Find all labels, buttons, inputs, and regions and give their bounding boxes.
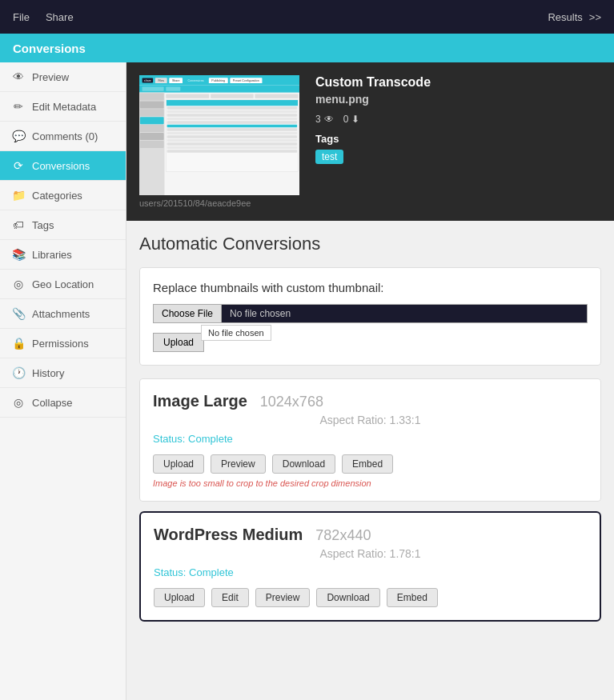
sidebar-label-collapse: Collapse [32,397,73,409]
categories-icon: 📁 [11,189,26,202]
embed-button-image-large[interactable]: Embed [342,454,393,474]
results-link[interactable]: Results [548,11,582,23]
sidebar-label-preview: Preview [32,71,69,83]
sidebar-label-categories: Categories [32,190,82,202]
upload-button-image-large[interactable]: Upload [153,454,204,474]
main-content: share Files Share Conversions Publishing… [126,62,614,700]
geo-icon: ◎ [11,278,26,290]
conversion-card-wordpress-medium: WordPress Medium 782x440 Aspect Ratio: 1… [139,511,601,622]
download-button-image-large[interactable]: Download [272,454,335,474]
sidebar-item-conversions[interactable]: ⟳ Conversions [0,151,126,181]
sidebar-item-tags[interactable]: 🏷 Tags [0,210,126,240]
sidebar-label-permissions: Permissions [32,338,89,350]
embed-button-wordpress-medium[interactable]: Embed [387,588,438,607]
downloads-value: 0 [343,114,349,125]
top-nav-left: File Share [13,11,74,23]
card-header-wordpress-medium: WordPress Medium 782x440 [154,526,587,544]
download-count-icon: ⬇ [351,114,359,125]
sidebar-label-attachments: Attachments [32,308,90,320]
views-value: 3 [315,114,321,125]
sidebar-item-edit-metadata[interactable]: ✏ Edit Metadata [0,92,126,122]
sidebar-label-comments: Comments (0) [32,130,98,142]
sidebar: 👁 Preview ✏ Edit Metadata 💬 Comments (0)… [0,62,126,700]
file-menu[interactable]: File [13,11,30,23]
status-value-image-large: Complete [188,433,233,445]
conversion-actions-image-large: Upload Preview Download Embed [153,454,588,474]
conversion-status-wordpress-medium: Status: Complete [154,566,587,578]
preview-button-image-large[interactable]: Preview [211,454,266,474]
warning-text-image-large: Image is too small to crop to the desire… [153,478,588,488]
file-chosen-tooltip: No file chosen [201,325,271,341]
sidebar-label-libraries: Libraries [32,249,72,261]
libraries-icon: 📚 [11,248,26,261]
views-count: 3 👁 [315,114,334,125]
downloads-count: 0 ⬇ [343,114,360,125]
file-thumbnail-container: share Files Share Conversions Publishing… [139,75,299,208]
conversion-dims-image-large: 1024x768 [260,394,323,410]
preview-icon: 👁 [11,70,26,83]
conversion-actions-wordpress-medium: Upload Edit Preview Download Embed [154,588,587,607]
thumbnail-upload-button[interactable]: Upload [153,333,204,352]
edit-icon: ✏ [11,100,26,113]
sidebar-label-geo: Geo Location [32,278,94,290]
history-icon: 🕐 [11,366,26,379]
card-header-image-large: Image Large 1024x768 [153,392,588,410]
sidebar-item-history[interactable]: 🕐 History [0,358,126,388]
sidebar-item-permissions[interactable]: 🔒 Permissions [0,329,126,358]
choose-file-button[interactable]: Choose File [153,304,221,323]
conversion-dims-wordpress-medium: 782x440 [315,527,371,544]
sidebar-label-history: History [32,367,64,379]
file-filename: menu.png [315,93,431,106]
top-nav: File Share Results >> [0,0,614,34]
tags-icon: 🏷 [11,218,26,231]
eye-icon: 👁 [324,114,334,125]
comments-icon: 💬 [11,130,26,142]
tag-badge[interactable]: test [315,150,343,164]
file-input-row: Choose File No file chosen No file chose… [153,304,588,323]
blue-header-title: Conversions [13,42,86,55]
conversion-status-image-large: Status: Complete [153,433,588,445]
sidebar-item-attachments[interactable]: 📎 Attachments [0,299,126,329]
conversion-card-image-large: Image Large 1024x768 Aspect Ratio: 1.33:… [139,378,601,502]
file-info: Custom Transcode menu.png 3 👁 0 ⬇ Tags t… [315,75,431,164]
sidebar-item-preview[interactable]: 👁 Preview [0,62,126,92]
section-title: Automatic Conversions [139,234,601,254]
conversions-icon: ⟳ [11,159,26,172]
status-label-wp: Status: [154,566,186,578]
conversion-name-image-large: Image Large [153,392,247,410]
status-label: Status: [153,433,185,445]
thumbnail-box-title: Replace thumbnails with custom thumbnail… [153,281,588,294]
upload-button-wordpress-medium[interactable]: Upload [154,588,205,607]
sidebar-item-comments[interactable]: 💬 Comments (0) [0,122,126,151]
sidebar-item-geo-location[interactable]: ◎ Geo Location [0,270,126,299]
sidebar-label-conversions: Conversions [32,160,90,172]
file-path: users/201510/84/aeacde9ee [139,198,299,208]
permissions-icon: 🔒 [11,337,26,350]
arrow-icon: >> [589,11,601,23]
blue-header: Conversions [0,34,614,62]
sidebar-item-collapse[interactable]: ◎ Collapse [0,388,126,418]
share-menu[interactable]: Share [46,11,74,23]
conversions-body: Automatic Conversions Replace thumbnails… [126,221,614,644]
attachments-icon: 📎 [11,307,26,320]
download-button-wordpress-medium[interactable]: Download [316,588,379,607]
status-value-wordpress-medium: Complete [189,566,234,578]
conversion-name-wordpress-medium: WordPress Medium [154,526,303,544]
file-title: Custom Transcode [315,75,431,90]
file-meta: 3 👁 0 ⬇ [315,114,431,125]
file-thumbnail: share Files Share Conversions Publishing… [139,75,299,195]
conversion-aspect-wordpress-medium: Aspect Ratio: 1.78:1 [154,547,587,560]
edit-button-wordpress-medium[interactable]: Edit [211,588,249,607]
collapse-icon: ◎ [11,396,26,409]
layout: 👁 Preview ✏ Edit Metadata 💬 Comments (0)… [0,62,614,700]
thumbnail-replace-box: Replace thumbnails with custom thumbnail… [139,267,601,366]
tags-label: Tags [315,133,431,145]
sidebar-label-edit-metadata: Edit Metadata [32,101,96,113]
top-nav-right: Results >> [548,11,601,23]
preview-button-wordpress-medium[interactable]: Preview [255,588,311,607]
file-header: share Files Share Conversions Publishing… [126,62,614,221]
sidebar-item-libraries[interactable]: 📚 Libraries [0,240,126,270]
conversion-aspect-image-large: Aspect Ratio: 1.33:1 [153,414,588,426]
sidebar-label-tags: Tags [32,219,54,231]
sidebar-item-categories[interactable]: 📁 Categories [0,181,126,210]
